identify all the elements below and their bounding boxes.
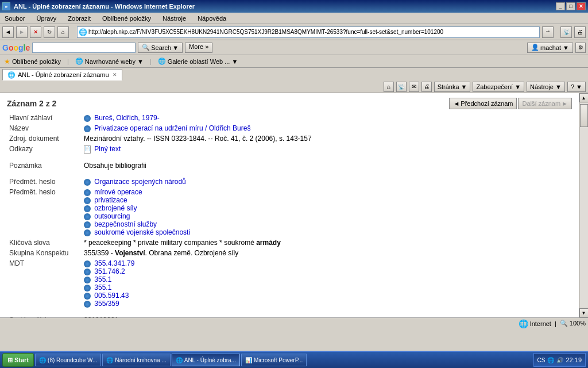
subject-item: bezpečnostní služby: [84, 220, 570, 228]
suggested-sites-button[interactable]: 🌐 Navrhované weby ▼: [74, 56, 145, 66]
security-menu-button[interactable]: Zabezpečení ▼: [473, 82, 524, 92]
document-icon: 📄: [84, 145, 91, 154]
tab-close-button[interactable]: ✕: [113, 72, 117, 78]
dot-icon: [84, 293, 91, 300]
subject-link[interactable]: bezpečnostní služby: [94, 220, 157, 228]
author-link[interactable]: Bureš, Oldřich, 1979-: [94, 114, 159, 122]
favorites-bar: ★ Oblíbené položky | 🌐 Navrhované weby ▼…: [0, 55, 588, 68]
address-bar[interactable]: 🌐 http://aleph.nkp.cz/F/NIV3FU5XC55EKH8U…: [77, 26, 540, 38]
scrollbar[interactable]: ▲ ▼: [579, 93, 588, 317]
print-button[interactable]: 🖨: [574, 26, 586, 38]
scroll-track[interactable]: [580, 103, 588, 308]
address-lock-icon: 🌐: [79, 28, 87, 36]
table-row: Název Privatizace operací na udržení mír…: [7, 123, 572, 133]
go-button[interactable]: →: [542, 26, 554, 38]
mdt-link[interactable]: 355.4.341.79: [94, 259, 134, 267]
forward-button[interactable]: ►: [16, 26, 28, 38]
next-record-button[interactable]: Další záznam ►: [518, 98, 572, 109]
home-icon-button[interactable]: ⌂: [384, 82, 394, 92]
favorites-button[interactable]: ★ Oblíbené položky: [2, 56, 63, 67]
more-button[interactable]: More »: [185, 43, 212, 53]
back-button[interactable]: ◄: [2, 26, 14, 38]
dot-icon: [84, 285, 91, 292]
mdt-link[interactable]: 355/359: [94, 300, 119, 308]
next-arrow-icon: ►: [562, 100, 568, 107]
print-icon-button[interactable]: 🖨: [421, 82, 432, 92]
subject-item: mírové operace: [84, 188, 570, 196]
menu-napoveda[interactable]: Nápověda: [195, 14, 229, 23]
dot-icon: [84, 125, 91, 132]
web-gallery-button[interactable]: 🌐 Galerie oblastí Web ... ▼: [156, 56, 240, 66]
table-row: Odkazy 📄 Plný text: [7, 144, 572, 155]
mdt-link[interactable]: 351.746.2: [94, 267, 125, 275]
tab-bar: 🌐 ANL - Úplné zobrazení záznamu ✕: [0, 68, 588, 80]
user-account-button[interactable]: 👤 machat ▼: [527, 43, 573, 53]
mdt-link[interactable]: 355.1: [94, 275, 111, 283]
globe2-icon: 🌐: [158, 57, 166, 65]
user-icon: 👤: [531, 44, 539, 51]
address-input[interactable]: http://aleph.nkp.cz/F/NIV3FU5XC55EKH8UKN…: [88, 29, 538, 35]
search-button[interactable]: 🔍 Search ▼: [138, 43, 183, 53]
help-menu-button[interactable]: ? ▼: [567, 82, 586, 92]
subject-link[interactable]: soukromé vojenské společnosti: [94, 228, 190, 236]
dot-icon: [84, 205, 91, 212]
tools-menu-button[interactable]: Nástroje ▼: [527, 82, 565, 92]
subject-link[interactable]: ozbrojené síly: [94, 204, 137, 212]
record-header: Záznam 2 z 2 ◄ Předchozí záznam Další zá…: [7, 98, 572, 109]
tab-icon: 🌐: [7, 71, 16, 79]
subject-link[interactable]: outsourcing: [94, 212, 130, 220]
separator: |: [555, 320, 556, 327]
field-label: Předmět. heslo: [7, 177, 82, 187]
subject-link[interactable]: Organizace spojených národů: [94, 178, 185, 186]
taskbar-item-roundcube[interactable]: 🌐 (8) Roundcube W...: [35, 354, 101, 366]
dot-icon: [84, 269, 91, 275]
refresh-button[interactable]: ↻: [44, 26, 55, 38]
volume-icon: 🔊: [556, 357, 563, 363]
taskbar-item-nkp[interactable]: 🌐 Národní knihovna ...: [102, 354, 171, 366]
zone-label: Internet: [530, 320, 551, 327]
subject-link[interactable]: mírové operace: [94, 188, 142, 196]
title-bar-buttons[interactable]: _ □ ✕: [556, 2, 586, 10]
rss-icon-button[interactable]: 📡: [396, 82, 407, 92]
subject-link[interactable]: privatizace: [94, 196, 127, 204]
title-link[interactable]: Privatizace operací na udržení míru / Ol…: [94, 124, 250, 132]
record-table: Hlavní záhlaví Bureš, Oldřich, 1979- Náz…: [7, 113, 572, 317]
field-label: MDT: [7, 258, 82, 309]
google-search-input[interactable]: [32, 43, 136, 53]
record-nav-buttons: ◄ Předchozí záznam Další záznam ►: [449, 98, 572, 109]
start-button[interactable]: ⊞ Start: [2, 353, 34, 367]
dot-icon: [84, 277, 91, 283]
toolbar-settings-button[interactable]: ⚙: [575, 43, 586, 53]
taskbar-system-tray: CS 🌐 🔊 22:19: [533, 353, 586, 367]
scroll-down-button[interactable]: ▼: [579, 308, 589, 317]
menu-oblibene[interactable]: Oblíbené položky: [100, 14, 153, 23]
field-label: Poznámka: [7, 160, 82, 171]
taskbar-item-powerpoint[interactable]: 📊 Microsoft PowerP...: [241, 354, 307, 366]
tab-anl[interactable]: 🌐 ANL - Úplné zobrazení záznamu ✕: [2, 69, 122, 80]
menu-soubor[interactable]: Soubor: [2, 14, 27, 23]
mdt-link[interactable]: 355.1: [94, 283, 111, 292]
field-value: * peacekeeping * private military compan…: [82, 237, 572, 248]
scroll-up-button[interactable]: ▲: [579, 93, 589, 102]
security-zone: 🌐 Internet: [519, 319, 551, 328]
menu-upravy[interactable]: Úpravy: [34, 14, 59, 23]
page-menu-button[interactable]: Stránka ▼: [434, 82, 471, 92]
menu-zobrazit[interactable]: Zobrazit: [65, 14, 93, 23]
mail-icon-button[interactable]: ✉: [409, 82, 419, 92]
field-label: Skupina Konspektu: [7, 248, 82, 258]
stop-button[interactable]: ✕: [30, 26, 41, 38]
mdt-item: 355.1: [84, 275, 570, 283]
home-button[interactable]: ⌂: [57, 26, 69, 38]
dot-icon: [84, 189, 91, 196]
taskbar-item-anl[interactable]: 🌐 ANL - Úplné zobra...: [172, 354, 240, 366]
maximize-button[interactable]: □: [566, 2, 575, 10]
rss-button[interactable]: 📡: [560, 26, 572, 38]
close-button[interactable]: ✕: [577, 2, 586, 10]
scroll-thumb[interactable]: [580, 104, 588, 127]
menu-bar: Soubor Úpravy Zobrazit Oblíbené položky …: [0, 13, 588, 24]
mdt-link[interactable]: 005.591.43: [94, 292, 129, 300]
menu-nastroje[interactable]: Nástroje: [160, 14, 188, 23]
fulltext-link[interactable]: Plný text: [94, 145, 121, 153]
prev-record-button[interactable]: ◄ Předchozí záznam: [449, 98, 517, 109]
minimize-button[interactable]: _: [556, 2, 565, 10]
